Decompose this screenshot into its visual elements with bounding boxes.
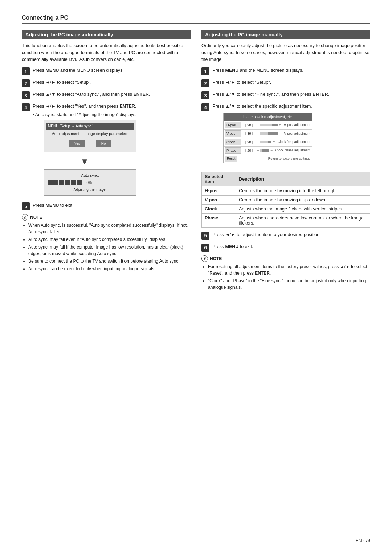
ip-hpos-value: [ 90 ] bbox=[243, 123, 256, 128]
desc-row-clock: Clock Adjusts when the image flickers wi… bbox=[202, 204, 370, 213]
right-step-4: 4 Press ▲/▼ to select the specific adjus… bbox=[201, 103, 370, 168]
ip-hpos-plus: + bbox=[279, 123, 281, 128]
desc-table-header-item: Selected item bbox=[202, 172, 236, 186]
desc-row-phase: Phase Adjusts when characters have low c… bbox=[202, 213, 370, 227]
left-step-1: 1 Press MENU and the MENU screen display… bbox=[22, 67, 191, 75]
ip-hpos-dash: – bbox=[257, 123, 259, 128]
left-step-2: 2 Press ◄/► to select "Setup". bbox=[22, 79, 191, 87]
bar-block-4 bbox=[65, 180, 70, 185]
screen-menubar: MENU [Setup → Auto sync.] bbox=[46, 123, 134, 130]
right-note-section: ℓ NOTE For resetting all adjustment item… bbox=[201, 255, 370, 291]
left-step-4: 4 Press ◄/► to select "Yes", and then pr… bbox=[22, 103, 191, 198]
right-step-6: 6 Press MENU to exit. bbox=[201, 243, 370, 252]
ip-vpos-value: [ 39 ] bbox=[243, 131, 256, 136]
bar-block-5 bbox=[71, 180, 76, 185]
step-3-text: Press ▲/▼ to select "Auto sync.", and th… bbox=[33, 91, 150, 98]
progress-bar-container: 30% bbox=[48, 180, 132, 185]
right-step-number-6: 6 bbox=[201, 244, 209, 252]
left-column: Adjusting the PC image automatically Thi… bbox=[22, 30, 191, 292]
desc-vpos-item: V-pos. bbox=[202, 195, 236, 204]
desc-clock-item: Clock bbox=[202, 204, 236, 213]
desc-clock-desc: Adjusts when the image flickers with ver… bbox=[236, 204, 370, 213]
screen-buttons: Yes No bbox=[46, 140, 134, 147]
right-step-6-text: Press MENU to exit. bbox=[212, 243, 253, 250]
left-note-item-4: Be sure to connect the PC to the TV and … bbox=[28, 258, 191, 264]
left-note-item-2: Auto sync. may fail even if "Auto sync c… bbox=[28, 236, 191, 243]
right-step-number-3: 3 bbox=[201, 91, 209, 99]
desc-phase-item: Phase bbox=[202, 213, 236, 227]
progress-screen: Auto sync. 30% A bbox=[44, 169, 136, 196]
two-col-layout: Adjusting the PC image automatically Thi… bbox=[22, 30, 370, 292]
left-note-item-1: When Auto sync. is successful, "Auto syn… bbox=[28, 222, 191, 235]
step-4-text: Press ◄/► to select "Yes", and then pres… bbox=[33, 103, 136, 198]
step-5-text: Press MENU to exit. bbox=[33, 202, 74, 209]
ip-clock-slider bbox=[260, 141, 271, 143]
bar-block-1 bbox=[48, 180, 53, 185]
screen-title: Auto adjustment of image display paramet… bbox=[46, 131, 134, 137]
step-number-5: 5 bbox=[22, 202, 30, 210]
ip-reset-desc: Return to factory pre-settings bbox=[268, 156, 310, 161]
bar-block-6 bbox=[77, 180, 82, 185]
desc-hpos-item: H-pos. bbox=[202, 186, 236, 195]
yes-button: Yes bbox=[69, 140, 85, 147]
right-step-number-5: 5 bbox=[201, 232, 209, 240]
left-intro: This function enables the screen to be a… bbox=[22, 42, 191, 63]
ip-clock-dash: – bbox=[257, 140, 259, 145]
right-step-5-text: Press ◄/► to adjust the item to your des… bbox=[212, 231, 321, 238]
progress-sublabel: Adjusting the image. bbox=[48, 187, 132, 192]
progress-label: Auto sync. bbox=[48, 173, 132, 178]
ip-vpos-desc: V-pos. adjustment bbox=[284, 131, 310, 136]
right-note-item-2: "Clock" and "Phase" in the "Fine sync." … bbox=[208, 278, 370, 291]
desc-table-header-desc: Description bbox=[236, 172, 370, 186]
ip-vpos-plus: – bbox=[279, 131, 281, 136]
ip-row-phase: Phase [ 20 ] – – Clock phase adjustment bbox=[224, 146, 312, 155]
page-wrapper: Connecting a PC Adjusting the PC image a… bbox=[22, 15, 370, 292]
note-icon: ℓ bbox=[22, 214, 28, 221]
no-button: No bbox=[96, 140, 111, 147]
left-step-3: 3 Press ▲/▼ to select "Auto sync.", and … bbox=[22, 91, 191, 99]
ip-phase-value: [ 20 ] bbox=[243, 148, 256, 153]
progress-percent: 30% bbox=[85, 180, 92, 185]
progress-bar bbox=[48, 180, 82, 185]
right-note-list: For resetting all adjustment items to th… bbox=[201, 263, 370, 291]
step-1-text: Press MENU and the MENU screen displays. bbox=[33, 67, 124, 74]
ip-clock-label: Clock bbox=[225, 139, 241, 145]
left-note-title: NOTE bbox=[30, 215, 42, 220]
right-step-2-text: Press ◄/► to select "Setup". bbox=[212, 79, 271, 86]
ip-phase-plus: – bbox=[271, 148, 273, 153]
right-note-header: ℓ NOTE bbox=[201, 255, 370, 262]
ip-vpos-dash: – bbox=[257, 131, 259, 136]
ip-clock-plus: + bbox=[273, 140, 275, 145]
right-step-number-1: 1 bbox=[201, 67, 209, 75]
right-note-icon: ℓ bbox=[201, 255, 208, 262]
right-step-4-text: Press ▲/▼ to select the specific adjustm… bbox=[212, 103, 312, 168]
right-note-item-1: For resetting all adjustment items to th… bbox=[208, 263, 370, 276]
ip-row-vpos: V-pos. [ 39 ] – – V-pos. adjustment bbox=[224, 129, 312, 138]
ip-row-reset: Reset Return to factory pre-settings bbox=[224, 155, 312, 163]
ip-vpos-slider bbox=[260, 132, 278, 135]
bar-block-2 bbox=[53, 180, 58, 185]
desc-phase-desc: Adjusts when characters have low contras… bbox=[236, 213, 370, 227]
ip-vpos-label: V-pos. bbox=[225, 130, 241, 137]
right-step-1-text: Press MENU and the MENU screen displays. bbox=[212, 67, 303, 74]
right-step-2: 2 Press ◄/► to select "Setup". bbox=[201, 79, 370, 87]
right-column: Adjusting the PC image manually Ordinari… bbox=[201, 30, 370, 292]
ip-reset-label: Reset bbox=[225, 156, 237, 162]
step-number-2: 2 bbox=[22, 79, 30, 87]
right-note-title: NOTE bbox=[210, 256, 222, 261]
ip-phase-dash: – bbox=[257, 148, 259, 153]
step-2-text: Press ◄/► to select "Setup". bbox=[33, 79, 91, 86]
right-step-number-2: 2 bbox=[201, 79, 209, 87]
image-pos-table: Image position adjustment, etc. H-pos. [… bbox=[223, 113, 312, 163]
desc-vpos-desc: Centres the image by moving it up or dow… bbox=[236, 195, 370, 204]
arrow-down-icon: ▼ bbox=[33, 155, 136, 168]
left-section-title: Adjusting the PC image automatically bbox=[22, 30, 191, 39]
desc-table: Selected item Description H-pos. Centres… bbox=[201, 172, 370, 228]
page-header: Connecting a PC bbox=[22, 15, 370, 24]
ip-hpos-desc: H-pos. adjustment bbox=[284, 123, 310, 128]
left-step-5: 5 Press MENU to exit. bbox=[22, 202, 191, 210]
page-title: Connecting a PC bbox=[22, 15, 370, 21]
step-4-sub: • Auto sync. starts and "Adjusting the i… bbox=[33, 111, 136, 118]
ip-row-clock: Clock [ 90 ] – + Clock freq. adjustment bbox=[224, 138, 312, 146]
step-number-1: 1 bbox=[22, 67, 30, 75]
